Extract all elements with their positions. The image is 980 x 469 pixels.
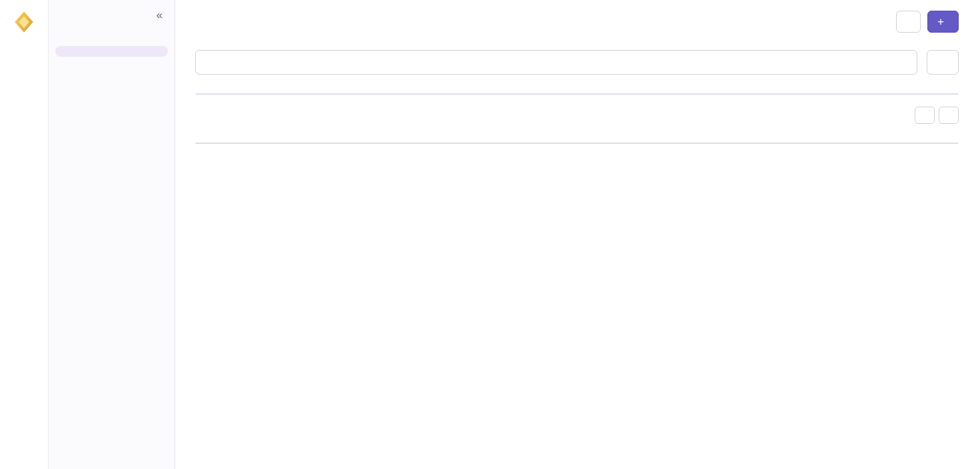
plus-icon: +	[937, 16, 944, 27]
created-by-others-table	[195, 143, 959, 144]
collapse-sidebar-button[interactable]: «	[154, 8, 165, 22]
issues-sidebar: «	[49, 0, 175, 469]
create-view-button[interactable]: +	[927, 11, 959, 33]
give-feedback-button[interactable]	[896, 11, 921, 33]
search-box	[195, 50, 917, 75]
pagination-next-button[interactable]	[939, 107, 959, 124]
main-content: +	[175, 0, 980, 469]
primary-nav-rail	[0, 0, 49, 469]
sentry-logo[interactable]	[11, 9, 37, 35]
sidebar-item-all-views[interactable]	[55, 46, 168, 57]
created-by-me-table	[195, 93, 959, 95]
sort-button[interactable]	[927, 50, 959, 75]
pagination-prev-button	[915, 107, 935, 124]
search-input[interactable]	[210, 57, 909, 68]
app-root: « +	[0, 0, 980, 469]
pagination	[195, 107, 959, 124]
